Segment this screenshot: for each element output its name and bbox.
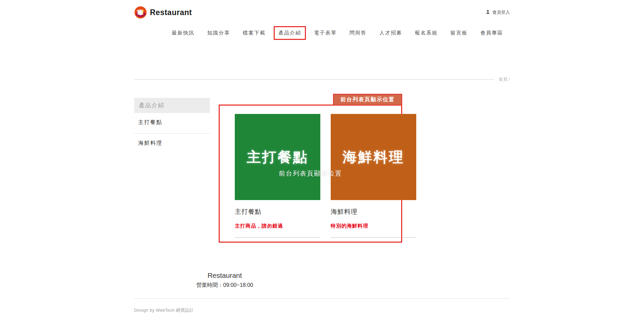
breadcrumb-home-link[interactable]: 首頁 <box>499 77 507 82</box>
breadcrumb: 首頁 / <box>499 76 510 82</box>
nav-item-guestbook[interactable]: 留言板 <box>450 30 468 36</box>
copyright-text: Design by WebTech 網頁設計 <box>134 307 510 313</box>
breadcrumb-row: 首頁 / <box>134 76 510 82</box>
product-subtitle: 特別的海鮮料理 <box>331 223 416 229</box>
footer-info-column: Restaurant 營業時間：09:00~18:00 <box>134 271 315 289</box>
main-content: 產品介紹 主打餐點 海鮮料理 前台列表頁顯示位置 前台列表頁顯示位置 主打餐點 … <box>134 98 510 243</box>
member-login-label: 會員登入 <box>492 9 510 15</box>
card-divider <box>331 237 416 238</box>
nav-item-downloads[interactable]: 檔案下載 <box>243 30 266 36</box>
product-card-seafood: 海鮮料理 海鮮料理 特別的海鮮料理 <box>331 114 416 238</box>
main-nav: 最新快訊 知識分享 檔案下載 產品介紹 電子表單 問與答 人才招募 報名系統 留… <box>134 26 510 40</box>
breadcrumb-divider <box>134 79 494 80</box>
card-divider <box>235 237 320 238</box>
nav-item-qa[interactable]: 問與答 <box>350 30 367 36</box>
member-login-link[interactable]: 會員登入 <box>485 9 510 15</box>
tile-text: 海鮮料理 <box>343 148 405 167</box>
restaurant-plate-icon <box>134 6 147 19</box>
tile-text: 主打餐點 <box>247 148 309 167</box>
product-subtitle: 主打商品，請勿錯過 <box>235 223 320 229</box>
product-title-link[interactable]: 海鮮料理 <box>331 207 416 216</box>
sidebar-item-seafood[interactable]: 海鮮料理 <box>134 134 210 154</box>
nav-item-knowledge[interactable]: 知識分享 <box>207 30 230 36</box>
product-list-section: 前台列表頁顯示位置 前台列表頁顯示位置 主打餐點 主打餐點 主打商品，請勿錯過 … <box>219 98 402 243</box>
nav-item-products[interactable]: 產品介紹 <box>274 26 306 40</box>
person-icon <box>485 9 490 15</box>
footer-restaurant-name: Restaurant <box>134 271 315 279</box>
sidebar-title: 產品介紹 <box>134 98 210 113</box>
sidebar-item-main-dishes[interactable]: 主打餐點 <box>134 113 210 134</box>
annotation-overlay-label: 前台列表頁顯示位置 <box>279 169 342 178</box>
nav-item-eforms[interactable]: 電子表單 <box>314 30 337 36</box>
nav-item-signup[interactable]: 報名系統 <box>415 30 438 36</box>
breadcrumb-separator: / <box>508 77 510 82</box>
category-sidebar: 產品介紹 主打餐點 海鮮料理 <box>134 98 210 154</box>
product-tile-seafood[interactable]: 海鮮料理 <box>331 114 416 200</box>
product-tile-main-dishes[interactable]: 主打餐點 <box>235 114 320 200</box>
brand-logo[interactable]: Restaurant <box>134 6 192 19</box>
site-footer: Restaurant 營業時間：09:00~18:00 Design by We… <box>0 271 644 313</box>
footer-business-hours: 營業時間：09:00~18:00 <box>134 282 315 289</box>
footer-divider <box>134 298 510 299</box>
nav-item-members[interactable]: 會員專區 <box>480 30 503 36</box>
annotation-badge: 前台列表頁顯示位置 <box>333 94 402 106</box>
brand-name: Restaurant <box>150 8 192 17</box>
product-title-link[interactable]: 主打餐點 <box>235 207 320 216</box>
annotation-outline-box: 前台列表頁顯示位置 前台列表頁顯示位置 主打餐點 主打餐點 主打商品，請勿錯過 … <box>219 105 402 243</box>
site-header: Restaurant 會員登入 最新快訊 知識分享 檔案下載 產品介紹 電子表單… <box>0 0 644 40</box>
nav-item-news[interactable]: 最新快訊 <box>172 30 195 36</box>
nav-item-recruit[interactable]: 人才招募 <box>379 30 402 36</box>
